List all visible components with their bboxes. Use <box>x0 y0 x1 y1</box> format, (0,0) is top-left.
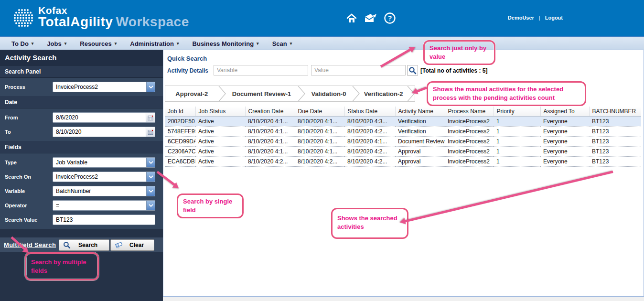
svg-text:?: ? <box>388 14 392 22</box>
process-dropdown[interactable]: InvoiceProcess2 <box>53 82 155 92</box>
username-link[interactable]: DemoUser <box>508 15 534 21</box>
section-date: Date <box>0 96 163 108</box>
logo-brand: Kofax <box>38 6 189 15</box>
menu-to-do[interactable]: To Do▾ <box>5 40 40 47</box>
search-icon <box>63 241 71 249</box>
chevron-separator-icon <box>218 86 226 101</box>
total-activities-label: [Total no of activities : 5] <box>420 67 487 74</box>
col-job-id[interactable]: Job Id <box>165 107 195 116</box>
type-label: Type <box>5 160 53 165</box>
table-row[interactable]: 6CED99DAActive 8/10/2020 4:1...8/10/2020… <box>165 136 641 146</box>
operator-label: Operator <box>5 203 53 208</box>
search-value-input[interactable] <box>53 215 155 225</box>
search-on-label: Search On <box>5 174 53 180</box>
eraser-icon <box>115 241 123 248</box>
clear-button[interactable]: Clear <box>110 239 154 251</box>
variable-dropdown[interactable]: BatchNumber <box>53 186 155 196</box>
search-value-label: Search Value <box>5 217 53 223</box>
col-creation-date[interactable]: Creation Date <box>245 107 295 116</box>
logout-link[interactable]: Logout <box>545 15 563 21</box>
col-process-name[interactable]: Process Name <box>445 107 494 116</box>
table-row[interactable]: 2002DE50Active 8/10/2020 4:1...8/10/2020… <box>165 116 641 126</box>
quick-variable-input[interactable] <box>214 65 308 75</box>
menu-resources[interactable]: Resources▾ <box>73 40 123 47</box>
bottom-gutter <box>163 297 644 301</box>
caret-down-icon: ▾ <box>115 41 117 46</box>
tab-validation[interactable]: Validation-0 <box>305 86 353 101</box>
annotation-single-field: Search by single field <box>177 194 244 218</box>
activities-table: Job Id Job Status Creation Date Due Date… <box>165 107 641 167</box>
home-icon[interactable] <box>345 11 358 25</box>
activity-tabs: Approval-2 Document Review-1 Validation-… <box>165 86 415 102</box>
logo-suffix: Workspace <box>116 14 189 29</box>
kofax-dots-icon <box>12 8 34 30</box>
menu-scan[interactable]: Scan▾ <box>266 40 299 47</box>
main-menu: To Do▾ Jobs▾ Resources▾ Administration▾ … <box>0 36 644 50</box>
caret-down-icon: ▾ <box>177 41 179 46</box>
to-date-input[interactable] <box>53 127 146 137</box>
menu-administration[interactable]: Administration▾ <box>123 40 185 47</box>
table-row[interactable]: C2306A7CActive 8/10/2020 4:1...8/10/2020… <box>165 146 641 156</box>
app-window: Kofax TotalAgilityWorkspace <box>0 0 644 301</box>
search-button[interactable]: Search <box>59 239 109 251</box>
annotation-manual-activities: Shows the manual activities for the sele… <box>427 81 586 106</box>
col-job-status[interactable]: Job Status <box>195 107 245 116</box>
calendar-icon[interactable] <box>146 127 155 137</box>
chevron-separator-icon <box>298 86 305 101</box>
col-status-date[interactable]: Status Date <box>344 107 395 116</box>
caret-down-icon: ▾ <box>257 41 259 46</box>
type-dropdown[interactable]: Job Variable <box>53 157 155 168</box>
menu-jobs[interactable]: Jobs▾ <box>40 40 73 47</box>
mail-icon[interactable] <box>364 11 377 25</box>
chevron-down-icon[interactable] <box>146 82 155 92</box>
user-separator: | <box>539 15 540 21</box>
col-activity-name[interactable]: Activity Name <box>395 107 445 116</box>
logo-text: Kofax TotalAgilityWorkspace <box>38 6 189 29</box>
col-assigned-to[interactable]: Assigned To <box>540 107 589 116</box>
section-fields: Fields <box>0 141 163 153</box>
caret-down-icon: ▾ <box>32 41 34 46</box>
variable-label: Variable <box>5 188 53 194</box>
search-on-dropdown[interactable]: InvoiceProcess2 <box>53 172 155 182</box>
caret-down-icon: ▾ <box>64 41 67 46</box>
operator-dropdown[interactable]: = <box>53 200 155 211</box>
chevron-down-icon[interactable] <box>146 186 155 196</box>
annotation-multiple-fields: Search by multiple fields <box>25 252 99 280</box>
help-icon[interactable]: ? <box>383 11 397 25</box>
kofax-logo: Kofax TotalAgilityWorkspace <box>12 6 189 30</box>
table-row[interactable]: 5748EFE99Active 8/10/2020 4:1...8/10/202… <box>165 126 641 136</box>
to-label: To <box>5 129 53 135</box>
chevron-down-icon[interactable] <box>146 201 155 210</box>
panel-title: Activity Search <box>0 50 163 65</box>
tab-approval[interactable]: Approval-2 <box>165 86 218 101</box>
col-priority[interactable]: Priority <box>494 107 540 116</box>
from-label: From <box>5 115 53 120</box>
col-batchnumber[interactable]: BATCHNUMBER <box>589 107 641 116</box>
menu-business-monitoring[interactable]: Business Monitoring▾ <box>186 40 266 47</box>
chevron-down-icon[interactable] <box>146 172 155 182</box>
annotation-search-by-value: Search just only by value <box>423 40 495 65</box>
logo-product: TotalAgility <box>38 14 113 29</box>
table-row[interactable]: ECA6CDBEActive 8/10/2020 4:2...8/10/2020… <box>165 156 641 166</box>
chevron-down-icon[interactable] <box>146 158 155 167</box>
caret-down-icon: ▾ <box>290 41 292 46</box>
quick-value-input[interactable] <box>311 65 406 75</box>
tab-document-review[interactable]: Document Review-1 <box>226 86 298 101</box>
from-date-input[interactable] <box>53 113 146 122</box>
multifield-search-link[interactable]: Multifield Search <box>4 241 56 248</box>
quick-search-button[interactable] <box>407 65 418 76</box>
activity-details-label: Activity Details <box>167 67 208 74</box>
app-header: Kofax TotalAgilityWorkspace <box>0 0 644 36</box>
quick-search-title: Quick Search <box>167 55 207 62</box>
calendar-icon[interactable] <box>146 113 155 122</box>
table-header-row: Job Id Job Status Creation Date Due Date… <box>165 107 641 116</box>
process-label: Process <box>5 84 53 90</box>
search-icon <box>408 66 417 75</box>
section-search-panel: Search Panel <box>0 65 163 78</box>
col-due-date[interactable]: Due Date <box>295 107 344 116</box>
annotation-searched-activities: Shows the searched activities <box>331 208 408 239</box>
chevron-separator-icon <box>352 86 360 101</box>
tab-verification[interactable]: Verification-2 <box>360 86 407 101</box>
